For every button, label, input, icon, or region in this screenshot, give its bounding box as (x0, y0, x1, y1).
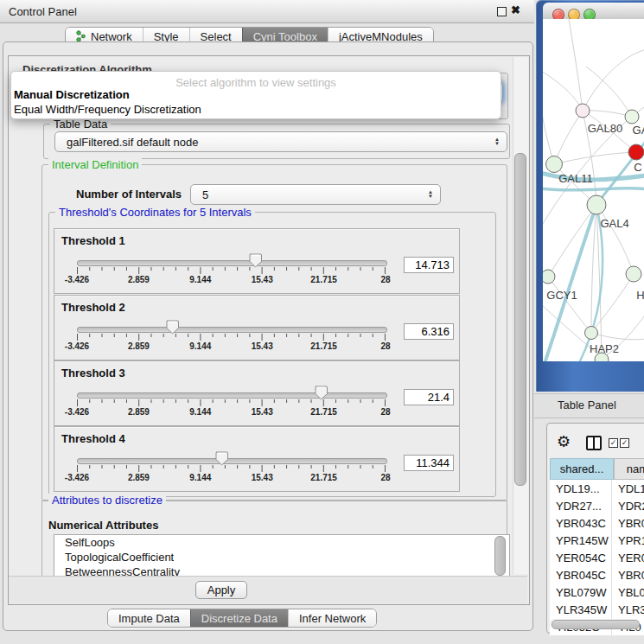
slider-track[interactable] (77, 392, 387, 399)
threshold-value-field[interactable] (404, 389, 454, 405)
attributes-group-title: Attributes to discretize (48, 494, 166, 507)
slider-tick-label: -3.426 (65, 473, 89, 482)
threshold-label: Threshold 3 (61, 367, 125, 379)
threshold-label: Threshold 4 (61, 432, 125, 445)
slider-tick-label: 21.715 (310, 341, 337, 351)
network-edge (591, 333, 644, 340)
table-row[interactable]: YLR345WYLR3 (550, 601, 644, 618)
apply-button[interactable]: Apply (195, 581, 247, 599)
threshold-panel: Threshold 3-3.4262.8599.14415.4321.71528 (54, 360, 460, 426)
table-header-name[interactable]: name (614, 458, 644, 480)
number-of-intervals-label: Number of Intervals (76, 188, 182, 201)
H-node[interactable] (626, 266, 641, 282)
threshold-value-field[interactable] (404, 455, 454, 471)
thresholds-group-title: Threshold's Coordinates for 5 Intervals (55, 206, 255, 219)
slider-tick-label: 2.859 (128, 407, 150, 417)
slider-ticks (77, 399, 386, 407)
network-view-canvas[interactable]: GAL80GACGAL11GAL4GCY1HHAP2 (543, 19, 644, 361)
slider-handle[interactable] (249, 253, 262, 268)
node-label: GAL4 (600, 217, 628, 230)
numerical-attributes-list[interactable]: SelfLoopsTopologicalCoefficientBetweenne… (54, 534, 510, 577)
checkbox-icon[interactable]: ✓ (609, 438, 618, 448)
table-row[interactable]: YPR145WYPR1 (550, 532, 644, 549)
slider-ticks (77, 267, 386, 275)
node-label: GCY1 (546, 289, 577, 302)
slider-track[interactable] (77, 327, 387, 333)
table-hscrollbar-thumb[interactable] (552, 620, 640, 629)
dropdown-option[interactable]: Manual Discretization (14, 88, 130, 101)
network-edge-highlighted (543, 188, 644, 190)
HAP2-node[interactable] (585, 327, 598, 340)
GAL4-node[interactable] (587, 195, 606, 214)
table-cell: YER054C (550, 549, 612, 566)
table-data-combobox[interactable]: galFiltered.sif default node ▲▼ (54, 131, 507, 152)
threshold-value-field[interactable] (404, 257, 454, 273)
table-row[interactable]: YBL079WYBL0 (550, 583, 644, 601)
table-row[interactable]: YDL19...YDL1 (550, 480, 644, 497)
table-header-shared[interactable]: shared... (550, 458, 614, 480)
slider-tick-label: 2.859 (128, 275, 150, 284)
slider-tick-label: 15.43 (252, 473, 273, 482)
slider-tick-label: 9.144 (189, 407, 211, 417)
GAL11-node[interactable] (546, 156, 563, 173)
table-cell: YBR045C (550, 566, 612, 583)
table-cell: YLR3 (612, 601, 644, 618)
network-edge (554, 111, 583, 164)
tab-infer-network[interactable]: Infer Network (288, 609, 376, 627)
network-edge (554, 152, 636, 164)
number-of-intervals-combobox[interactable]: 5 ▲▼ (190, 184, 441, 205)
network-edge (543, 105, 554, 164)
threshold-value-field[interactable] (404, 323, 454, 340)
slider-tick-label: 15.43 (252, 275, 273, 284)
GAL80-node[interactable] (576, 104, 590, 118)
table-row[interactable]: YBR045CYBR0 (550, 566, 644, 583)
dropdown-option[interactable]: Equal Width/Frequency Discretization (14, 103, 201, 116)
table-cell: YBR0 (612, 514, 644, 532)
attributes-list-scrollbar[interactable] (494, 536, 506, 576)
table-cell: YPR145W (550, 532, 612, 549)
slider-tick-label: 21.715 (310, 275, 337, 284)
algorithm-dropdown-popup: Select algorithm to view settings Manual… (10, 71, 501, 119)
table-cell: YDR2 (612, 497, 644, 514)
node-label: C (634, 161, 641, 174)
node-label: HAP2 (590, 342, 619, 355)
slider-tick-label: 28 (380, 473, 390, 482)
table-row[interactable]: YDR27...YDR2 (550, 497, 644, 514)
table-cell: YDR27... (550, 497, 612, 514)
slider-track[interactable] (77, 260, 387, 266)
checkbox-icon[interactable]: ✓ (620, 438, 629, 448)
split-columns-icon[interactable] (586, 436, 602, 450)
gear-icon[interactable]: ⚙ (557, 434, 571, 450)
GCY1-node[interactable] (543, 270, 555, 284)
slider-tick-label: -3.426 (65, 341, 89, 351)
table-cell: YBR043C (550, 514, 612, 532)
combobox-stepper-icon: ▲▼ (491, 137, 503, 146)
interval-definition-title: Interval Definition (48, 158, 142, 171)
slider-track[interactable] (77, 458, 387, 464)
attribute-list-item[interactable]: SelfLoops (54, 535, 509, 550)
table-cell: YPR1 (612, 532, 644, 549)
slider-tick-label: 9.144 (189, 341, 211, 351)
threshold-panel: Threshold 1-3.4262.8599.14415.4321.71528 (54, 228, 460, 294)
table-cell: YDL1 (612, 480, 644, 497)
slider-handle[interactable] (215, 451, 228, 466)
slider-handle[interactable] (315, 386, 328, 400)
panel-scrollbar-thumb[interactable] (514, 153, 526, 486)
attribute-list-item[interactable]: TopologicalCoefficient (54, 550, 509, 564)
apply-bar (9, 576, 527, 603)
number-of-intervals-value: 5 (191, 188, 424, 201)
table-row[interactable]: YER054CYER0 (550, 549, 644, 566)
screen: Control Panel ✖ NetworkStyleSelectCyni T… (0, 0, 644, 644)
tab-label: Discretize Data (201, 612, 277, 625)
selected-red-node[interactable] (628, 144, 644, 160)
float-window-icon[interactable] (497, 7, 507, 16)
combobox-stepper-icon: ▲▼ (424, 190, 437, 199)
table-row[interactable]: YBR043CYBR0 (550, 514, 644, 532)
dropdown-placeholder: Select algorithm to view settings (11, 76, 501, 89)
upper-right-node[interactable] (625, 110, 639, 124)
tab-discretize-data[interactable]: Discretize Data (190, 609, 288, 627)
slider-handle[interactable] (166, 320, 179, 335)
threshold-label: Threshold 1 (61, 234, 125, 247)
tab-impute-data[interactable]: Impute Data (108, 609, 190, 627)
close-icon[interactable]: ✖ (511, 3, 520, 16)
